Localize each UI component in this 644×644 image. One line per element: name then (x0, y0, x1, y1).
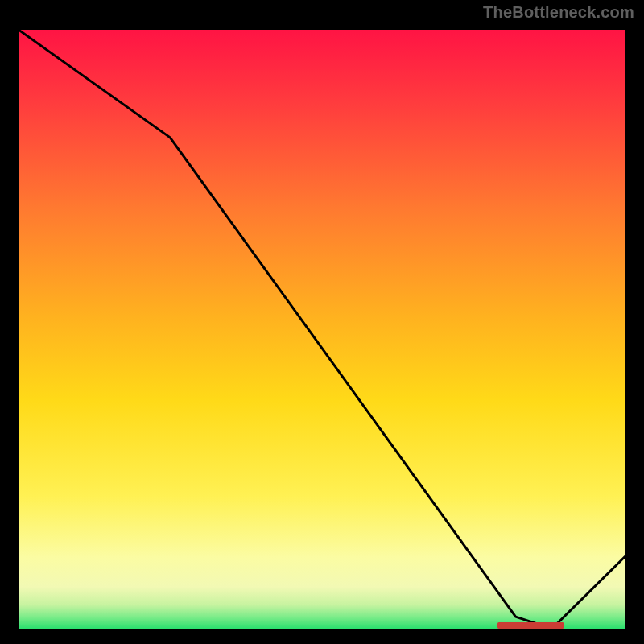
optimum-marker (497, 622, 564, 629)
plot-border (11, 23, 633, 638)
plot-area (19, 30, 625, 629)
chart-frame: TheBottleneck.com (0, 0, 644, 644)
gradient-background (19, 30, 625, 629)
attribution-text: TheBottleneck.com (483, 3, 634, 22)
chart-svg (19, 30, 625, 629)
